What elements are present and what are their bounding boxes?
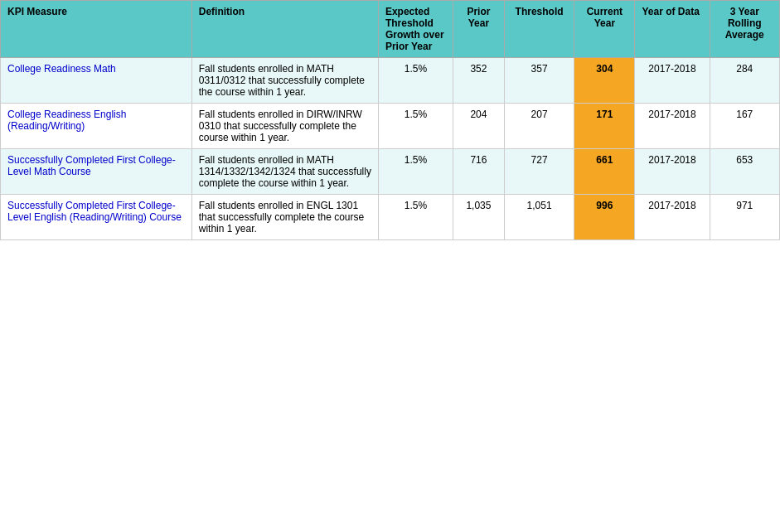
rolling-average-cell: 167 bbox=[710, 104, 779, 149]
expected-cell: 1.5% bbox=[378, 104, 453, 149]
table-row: Successfully Completed First College-Lev… bbox=[1, 149, 780, 195]
kpi-measure-link[interactable]: College Readiness English (Reading/Writi… bbox=[7, 109, 126, 132]
header-prior: Prior Year bbox=[453, 1, 504, 58]
header-threshold: Threshold bbox=[504, 1, 574, 58]
prior-year-cell: 204 bbox=[453, 104, 504, 149]
kpi-measure-link[interactable]: Successfully Completed First College-Lev… bbox=[7, 200, 182, 223]
kpi-measure-link[interactable]: Successfully Completed First College-Lev… bbox=[7, 154, 176, 177]
kpi-measure-cell: College Readiness English (Reading/Writi… bbox=[1, 104, 192, 149]
threshold-cell: 1,051 bbox=[504, 195, 574, 240]
table-row: Successfully Completed First College-Lev… bbox=[1, 195, 780, 240]
prior-year-cell: 352 bbox=[453, 58, 504, 104]
threshold-cell: 727 bbox=[504, 149, 574, 195]
definition-cell: Fall students enrolled in ENGL 1301 that… bbox=[191, 195, 378, 240]
prior-year-cell: 1,035 bbox=[453, 195, 504, 240]
header-definition: Definition bbox=[191, 1, 378, 58]
year-of-data-cell: 2017-2018 bbox=[635, 149, 710, 195]
expected-cell: 1.5% bbox=[378, 195, 453, 240]
threshold-cell: 357 bbox=[504, 58, 574, 104]
rolling-average-cell: 653 bbox=[710, 149, 779, 195]
header-rolling: 3 Year Rolling Average bbox=[710, 1, 779, 58]
header-year-of-data: Year of Data bbox=[635, 1, 710, 58]
table-row: College Readiness MathFall students enro… bbox=[1, 58, 780, 104]
header-current: Current Year bbox=[574, 1, 635, 58]
threshold-cell: 207 bbox=[504, 104, 574, 149]
current-year-cell: 996 bbox=[574, 195, 635, 240]
kpi-measure-link[interactable]: College Readiness Math bbox=[7, 63, 116, 75]
current-year-cell: 304 bbox=[574, 58, 635, 104]
kpi-measure-cell: Successfully Completed First College-Lev… bbox=[1, 149, 192, 195]
header-kpi: KPI Measure bbox=[1, 1, 192, 58]
year-of-data-cell: 2017-2018 bbox=[635, 58, 710, 104]
current-year-cell: 171 bbox=[574, 104, 635, 149]
expected-cell: 1.5% bbox=[378, 58, 453, 104]
year-of-data-cell: 2017-2018 bbox=[635, 195, 710, 240]
table-row: College Readiness English (Reading/Writi… bbox=[1, 104, 780, 149]
expected-cell: 1.5% bbox=[378, 149, 453, 195]
current-year-cell: 661 bbox=[574, 149, 635, 195]
rolling-average-cell: 971 bbox=[710, 195, 779, 240]
kpi-measure-cell: College Readiness Math bbox=[1, 58, 192, 104]
definition-cell: Fall students enrolled in DIRW/INRW 0310… bbox=[191, 104, 378, 149]
year-of-data-cell: 2017-2018 bbox=[635, 104, 710, 149]
prior-year-cell: 716 bbox=[453, 149, 504, 195]
header-expected: Expected Threshold Growth over Prior Yea… bbox=[378, 1, 453, 58]
definition-cell: Fall students enrolled in MATH 0311/0312… bbox=[191, 58, 378, 104]
definition-cell: Fall students enrolled in MATH 1314/1332… bbox=[191, 149, 378, 195]
kpi-measure-cell: Successfully Completed First College-Lev… bbox=[1, 195, 192, 240]
rolling-average-cell: 284 bbox=[710, 58, 779, 104]
kpi-table: KPI Measure Definition Expected Threshol… bbox=[0, 0, 780, 240]
